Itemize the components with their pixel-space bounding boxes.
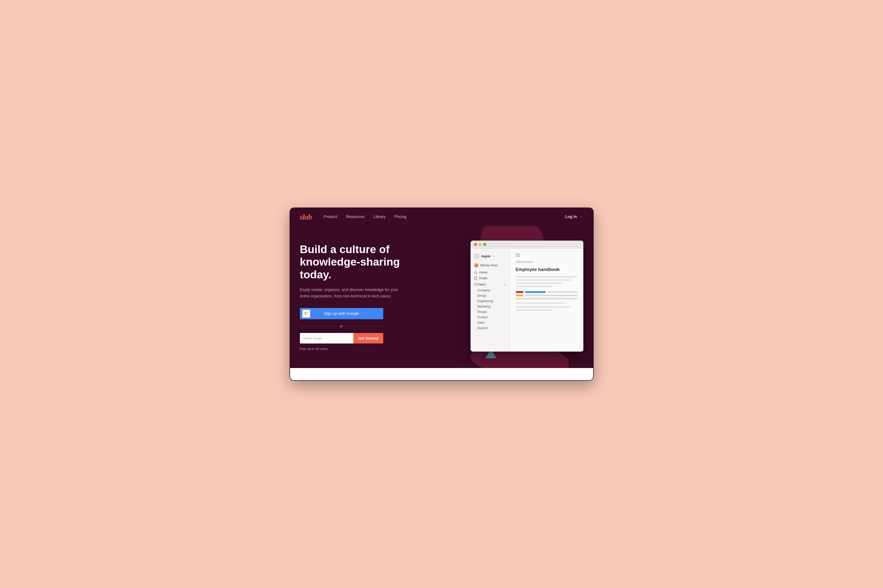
sidebar-item-home[interactable]: Home [471,270,510,275]
topics-icon [474,283,477,286]
bar-blue [525,291,546,293]
hero-title: Build a culture of knowledge-sharing tod… [300,243,427,281]
drafts-icon [474,277,477,280]
doc-line-5 [516,302,565,304]
email-signup-row: Get Started [300,333,383,344]
sidebar-user[interactable]: Wendy Shen [471,262,510,270]
window-dot-minimize[interactable] [478,243,481,246]
bottom-section [290,368,593,380]
window-dot-maximize[interactable] [483,243,486,246]
user-avatar [474,263,478,267]
workspace-name: Apple [481,254,491,258]
bar-gray-1 [547,291,578,293]
hero-subtitle: Easily create, organize, and discover kn… [300,286,403,299]
bar-row-1 [516,291,578,293]
navbar: slab Product Resources Library Pricing L… [290,208,593,226]
window-bar [471,241,584,249]
topic-chevron: › [505,294,506,297]
doc-line-3 [516,282,562,284]
bar-row-3 [516,298,578,299]
nav-links: Product Resources Library Pricing [324,214,565,219]
topic-company[interactable]: Company › [471,288,510,293]
window-body: ▪ Apple ∨ Wendy Shen [471,249,584,352]
workspace-icon: ▪ [474,254,479,259]
app-sidebar: ▪ Apple ∨ Wendy Shen [471,249,510,352]
workspace-chevron: ∨ [493,255,495,258]
doc-line-6 [516,306,571,308]
sidebar-home-label: Home [479,271,487,274]
nav-library[interactable]: Library [373,214,385,219]
get-started-button[interactable]: Get Started [354,333,383,344]
topic-people[interactable]: People › [471,309,510,315]
login-arrow: → [579,214,584,219]
google-signup-label: Sign up with Google [305,311,378,316]
nav-pricing[interactable]: Pricing [394,214,406,219]
google-signup-button[interactable]: G Sign up with Google [300,308,383,319]
doc-title-placeholder [516,261,533,263]
home-icon [474,271,477,274]
topic-chevron: › [505,310,506,313]
workspace-selector[interactable]: ▪ Apple ∨ [471,252,510,262]
topics-label: Topics [477,283,504,286]
topics-add-button[interactable]: + [504,282,506,286]
logo[interactable]: slab [300,212,312,222]
nav-resources[interactable]: Resources [346,214,365,219]
doc-line-7 [516,309,553,311]
topic-chevron: › [505,321,506,324]
free-users-text: Free up to 10 users [300,347,427,351]
bar-gray-3 [516,298,578,299]
bar-red [516,291,523,293]
topic-chevron: › [505,305,506,308]
screen-wrapper: slab Product Resources Library Pricing L… [290,207,594,381]
topic-sales[interactable]: Sales › [471,320,510,326]
topic-chevron: › [505,300,506,302]
doc-line-1 [516,276,578,278]
hero-left: Build a culture of knowledge-sharing tod… [300,238,427,351]
app-window: ▪ Apple ∨ Wendy Shen [471,241,584,352]
topic-product[interactable]: Product › [471,315,510,320]
bar-gray-2 [525,295,578,296]
login-button[interactable]: Log In → [565,214,584,219]
sidebar-drafts-label: Drafts [479,277,487,280]
topic-marketing[interactable]: Marketing › [471,304,510,309]
topic-engineering[interactable]: Engineering › [471,298,510,304]
google-icon: G [302,310,310,318]
topics-row[interactable]: Topics + [471,281,510,288]
divider: or [300,324,383,328]
doc-title: Employee handbook [516,267,578,272]
bar-row-2 [516,294,578,297]
topic-chevron: › [505,327,506,329]
topic-chevron: › [505,289,506,291]
window-dot-close[interactable] [474,243,477,246]
sidebar-item-drafts[interactable]: Drafts [471,275,510,281]
app-main-content: Employee handbook [510,249,584,352]
hero-right: ▪ Apple ∨ Wendy Shen [427,238,584,352]
menu-icon[interactable] [516,254,578,256]
user-name: Wendy Shen [480,264,498,267]
bar-yellow [516,294,523,297]
hero-section: Build a culture of knowledge-sharing tod… [290,226,593,368]
color-bars-graphic [516,291,578,299]
email-input[interactable] [300,333,354,344]
divider-text: or [340,324,343,328]
nav-product[interactable]: Product [324,214,337,219]
topic-design[interactable]: Design › [471,293,510,298]
doc-line-4 [516,286,553,287]
topic-chevron: › [505,316,506,318]
doc-line-2 [516,279,571,281]
topic-support[interactable]: Support › [471,326,510,331]
